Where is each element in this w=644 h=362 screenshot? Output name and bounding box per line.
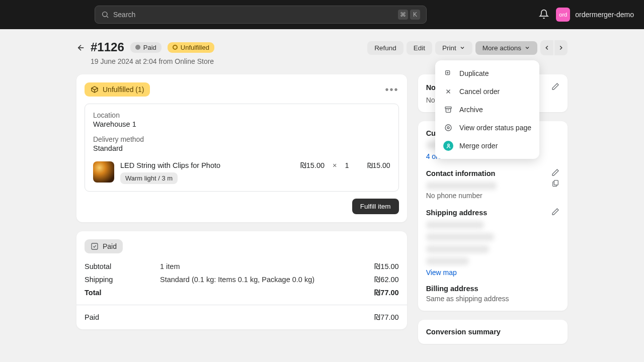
conversion-title: Conversion summary [426,328,501,336]
unit-price: ₪15.00 [300,161,325,169]
chevron-down-icon [524,45,530,51]
dot-icon [135,45,140,50]
subtotal-label: Subtotal [85,262,160,270]
delivery-label: Delivery method [93,135,390,143]
search-icon [101,11,109,19]
svg-rect-8 [445,107,451,109]
refund-button[interactable]: Refund [367,41,404,55]
shipping-label: Shipping [85,276,160,284]
line-item: LED String with Clips for Photo Warm lig… [93,161,390,184]
user-menu[interactable]: ord ordermerger-demo [556,8,634,22]
shipping-desc: Standard (0.1 kg: Items 0.1 kg, Package … [160,276,374,284]
back-icon[interactable] [76,43,86,54]
more-actions-dropdown: Duplicate Cancel order Archive [435,60,539,159]
duplicate-icon [443,68,453,78]
ship-line4-blurred: hidden [426,257,469,265]
svg-point-11 [447,127,449,129]
copy-email-icon[interactable] [551,179,559,189]
conversion-card: Conversion summary [418,320,568,344]
fulfillment-card: Unfulfilled (1) ••• Location Warehouse 1… [76,74,407,222]
user-name: ordermerger-demo [575,11,634,19]
billing-value: Same as shipping address [426,295,559,303]
customer-email-blurred: hidden [426,182,497,190]
ship-line1-blurred: hidden [426,221,484,229]
fulfill-item-button[interactable]: Fulfill item [352,199,399,214]
chevron-right-icon [557,44,565,51]
menu-merge-order[interactable]: Merge order [435,137,539,155]
total-amount: ₪77.00 [374,289,398,297]
svg-point-0 [103,12,107,17]
search-hotkeys: ⌘ K [398,10,420,20]
variant-chip: Warm light / 3 m [120,172,178,184]
paid-chip: Paid [85,239,123,253]
notifications-icon[interactable] [539,9,549,21]
billing-title: Billing address [426,285,478,293]
contact-title: Contact information [426,169,496,177]
ship-line2-blurred: hidden [426,233,494,241]
merge-icon [443,141,453,151]
ring-icon [173,45,178,50]
subtotal-amount: ₪15.00 [374,262,398,270]
delivery-value: Standard [93,144,390,152]
edit-notes-icon[interactable] [551,82,559,92]
menu-view-status-page[interactable]: View order status page [435,119,539,137]
svg-point-12 [447,144,449,146]
avatar: ord [556,8,570,22]
fulfillment-status-badge: Unfulfilled [168,42,214,53]
svg-rect-13 [92,243,98,249]
menu-duplicate[interactable]: Duplicate [435,64,539,82]
prev-order-button[interactable] [540,40,553,55]
card-more-icon[interactable]: ••• [385,84,399,96]
shipping-title: Shipping address [426,209,488,217]
no-phone: No phone number [426,192,559,200]
eye-icon [443,123,453,133]
total-label: Total [85,289,160,297]
payment-status-badge: Paid [130,42,162,53]
quantity: 1 [345,161,349,169]
close-icon [443,86,453,97]
search-bar[interactable]: Search ⌘ K [95,6,427,24]
box-icon [91,85,99,94]
edit-shipping-icon[interactable] [551,208,559,217]
line-total: ₪15.00 [355,161,390,169]
search-input[interactable]: Search [113,11,398,19]
check-square-icon [91,242,99,250]
order-subtitle: 19 June 2024 at 2:04 from Online Store [91,57,214,65]
menu-archive[interactable]: Archive [435,101,539,119]
page-title: #1126 [91,40,124,54]
chevron-left-icon [543,44,550,51]
cmd-key-icon: ⌘ [398,10,408,20]
paid-label: Paid [85,313,160,321]
location-value: Warehouse 1 [93,120,390,128]
next-order-button[interactable] [554,40,568,55]
svg-point-10 [445,125,451,131]
payment-card: Paid Subtotal 1 item ₪15.00 Shipping Sta… [76,231,407,329]
subtotal-desc: 1 item [160,262,374,270]
menu-cancel-order[interactable]: Cancel order [435,82,539,101]
archive-icon [443,105,453,115]
product-thumbnail [93,161,114,183]
location-label: Location [93,111,390,119]
chevron-down-icon [459,45,465,51]
multiply-icon: × [333,161,337,169]
edit-button[interactable]: Edit [407,41,432,55]
k-key-icon: K [410,10,420,20]
paid-amount: ₪77.00 [374,313,398,321]
product-name[interactable]: LED String with Clips for Photo [120,161,294,169]
more-actions-button[interactable]: More actions [475,41,537,55]
svg-line-1 [107,16,108,18]
fulfillment-pill: Unfulfilled (1) [85,82,150,97]
print-button[interactable]: Print [435,41,472,55]
edit-contact-icon[interactable] [551,168,559,178]
ship-line3-blurred: hidden [426,245,489,253]
svg-rect-14 [554,180,558,185]
view-map-link[interactable]: View map [426,268,457,277]
shipping-amount: ₪62.00 [374,276,398,284]
